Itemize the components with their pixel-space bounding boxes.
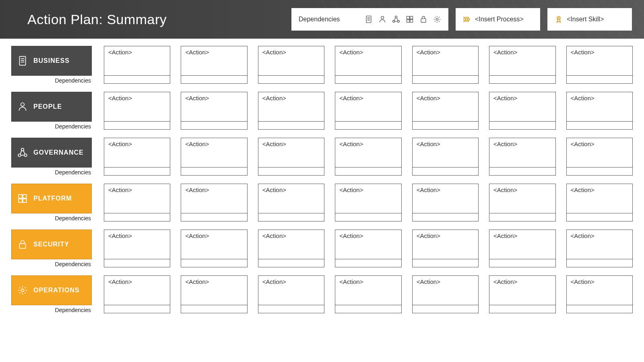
action-card[interactable]: <Action> <box>566 275 633 313</box>
action-card[interactable]: <Action> <box>412 138 479 176</box>
action-foot <box>104 167 170 175</box>
action-text: <Action> <box>567 230 632 259</box>
category-governance[interactable]: GOVERNANCE <box>11 138 92 168</box>
action-text: <Action> <box>258 184 324 213</box>
action-foot <box>567 305 632 313</box>
action-card[interactable]: <Action> <box>258 92 324 130</box>
action-card[interactable]: <Action> <box>104 230 170 267</box>
action-card[interactable]: <Action> <box>489 275 555 313</box>
action-card[interactable]: <Action> <box>335 138 401 176</box>
operations-icon <box>17 285 28 296</box>
insert-process-panel[interactable]: <Insert Process> <box>456 8 540 31</box>
row-sublabel: Dependencies <box>11 259 92 267</box>
process-icon <box>463 15 471 23</box>
operations-icon <box>433 15 441 23</box>
platform-icon <box>17 193 28 204</box>
row-label-wrap: OPERATIONSDependencies <box>11 275 92 313</box>
row-label-wrap: GOVERNANCEDependencies <box>11 138 92 176</box>
action-text: <Action> <box>104 230 170 259</box>
action-text: <Action> <box>567 46 632 75</box>
action-card[interactable]: <Action> <box>258 184 324 221</box>
action-card[interactable]: <Action> <box>181 230 247 267</box>
insert-skill-panel[interactable]: <Insert Skill> <box>547 8 632 31</box>
action-foot <box>104 213 170 221</box>
row-label-wrap: BUSINESSDependencies <box>11 46 92 84</box>
action-card[interactable]: <Action> <box>181 138 247 176</box>
action-text: <Action> <box>567 92 632 121</box>
action-card[interactable]: <Action> <box>335 230 401 267</box>
action-foot <box>335 167 401 175</box>
action-foot <box>489 305 555 313</box>
action-card[interactable]: <Action> <box>181 92 247 130</box>
dependencies-panel[interactable]: Dependencies <box>291 8 448 31</box>
action-card[interactable]: <Action> <box>566 138 633 176</box>
category-operations[interactable]: OPERATIONS <box>11 275 92 305</box>
action-card[interactable]: <Action> <box>104 275 170 313</box>
action-card[interactable]: <Action> <box>258 275 324 313</box>
action-card[interactable]: <Action> <box>412 92 479 130</box>
action-foot <box>567 213 632 221</box>
action-card[interactable]: <Action> <box>335 46 401 84</box>
action-card[interactable]: <Action> <box>489 184 555 221</box>
action-foot <box>413 167 478 175</box>
action-text: <Action> <box>181 230 247 259</box>
action-text: <Action> <box>258 138 324 167</box>
action-foot <box>335 121 401 129</box>
action-foot <box>413 259 478 267</box>
action-card[interactable]: <Action> <box>181 184 247 221</box>
action-foot <box>413 75 478 83</box>
action-card[interactable]: <Action> <box>181 46 247 84</box>
action-foot <box>181 305 247 313</box>
action-text: <Action> <box>413 138 478 167</box>
action-foot <box>104 259 170 267</box>
action-card[interactable]: <Action> <box>104 92 170 130</box>
action-text: <Action> <box>489 276 555 305</box>
action-card[interactable]: <Action> <box>335 275 401 313</box>
action-foot <box>489 167 555 175</box>
action-card[interactable]: <Action> <box>489 92 555 130</box>
action-card[interactable]: <Action> <box>258 138 324 176</box>
category-business[interactable]: BUSINESS <box>11 46 92 76</box>
action-text: <Action> <box>258 230 324 259</box>
action-card[interactable]: <Action> <box>489 230 555 267</box>
action-card[interactable]: <Action> <box>412 184 479 221</box>
action-card[interactable]: <Action> <box>412 46 479 84</box>
category-label: PLATFORM <box>33 195 72 202</box>
action-text: <Action> <box>104 184 170 213</box>
category-platform[interactable]: PLATFORM <box>11 184 92 213</box>
action-card[interactable]: <Action> <box>258 230 324 267</box>
action-card[interactable]: <Action> <box>104 138 170 176</box>
action-card[interactable]: <Action> <box>489 46 555 84</box>
action-foot <box>489 121 555 129</box>
action-card[interactable]: <Action> <box>566 230 633 267</box>
action-text: <Action> <box>181 46 247 75</box>
action-text: <Action> <box>335 46 401 75</box>
insert-skill-label: <Insert Skill> <box>567 16 604 23</box>
action-text: <Action> <box>413 184 478 213</box>
action-text: <Action> <box>104 138 170 167</box>
action-card[interactable]: <Action> <box>566 92 633 130</box>
row-platform: PLATFORMDependencies<Action><Action><Act… <box>11 184 633 221</box>
action-foot <box>567 259 632 267</box>
category-label: PEOPLE <box>33 103 62 110</box>
action-card[interactable]: <Action> <box>412 275 479 313</box>
action-card[interactable]: <Action> <box>104 46 170 84</box>
action-card[interactable]: <Action> <box>489 138 555 176</box>
header-bar: Action Plan: Summary Dependencies <Inser… <box>0 0 644 39</box>
action-card[interactable]: <Action> <box>412 230 479 267</box>
action-card[interactable]: <Action> <box>335 92 401 130</box>
category-people[interactable]: PEOPLE <box>11 92 92 122</box>
action-card[interactable]: <Action> <box>258 46 324 84</box>
action-text: <Action> <box>104 276 170 305</box>
action-card[interactable]: <Action> <box>566 184 633 221</box>
action-foot <box>413 121 478 129</box>
action-cards: <Action><Action><Action><Action><Action>… <box>104 230 633 267</box>
action-text: <Action> <box>413 46 478 75</box>
action-card[interactable]: <Action> <box>181 275 247 313</box>
row-people: PEOPLEDependencies<Action><Action><Actio… <box>11 92 633 130</box>
action-card[interactable]: <Action> <box>104 184 170 221</box>
action-text: <Action> <box>181 276 247 305</box>
action-card[interactable]: <Action> <box>566 46 633 84</box>
category-security[interactable]: SECURITY <box>11 230 92 259</box>
action-card[interactable]: <Action> <box>335 184 401 221</box>
